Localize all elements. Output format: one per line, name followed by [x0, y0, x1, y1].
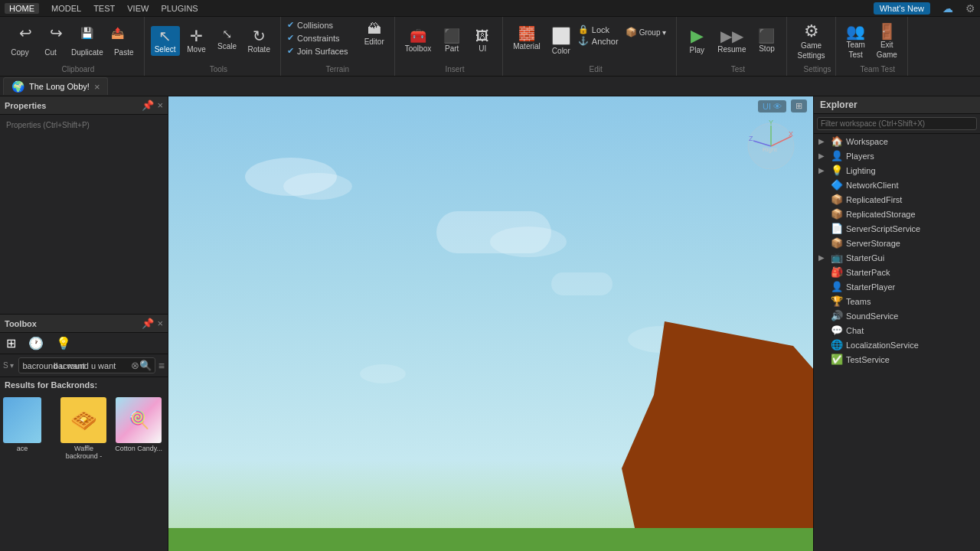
testservice-icon: ✅: [831, 354, 843, 365]
results-label: Results for Backronds:: [0, 377, 168, 393]
tab-close-button[interactable]: ×: [94, 81, 100, 93]
toolbox-pin-button[interactable]: 📌: [142, 318, 154, 329]
properties-pin-button[interactable]: 📌: [142, 99, 154, 111]
cloud-icon: ☁: [942, 2, 953, 15]
toolbox-header: Toolbox 📌 ×: [0, 315, 168, 333]
duplicate-button[interactable]: Duplicate: [67, 46, 107, 59]
tree-item-replicatedstorage[interactable]: 📦 ReplicatedStorage: [814, 207, 980, 221]
tools-label: Tools: [151, 65, 286, 73]
menu-plugins[interactable]: PLUGINS: [161, 4, 198, 13]
starterpack-label: StarterPack: [846, 268, 975, 277]
group-button[interactable]: 📦Group ▾: [622, 24, 671, 40]
tree-item-starterplayer[interactable]: 👤 StarterPlayer: [814, 279, 980, 294]
viewport[interactable]: X Y Z Right UI 👁 ⊞: [168, 96, 813, 551]
workspace-icon: 🏠: [831, 135, 843, 147]
toolbox-tab-grid[interactable]: ⊞: [6, 336, 16, 350]
menu-view[interactable]: VIEW: [127, 4, 149, 13]
paste-button[interactable]: Paste: [110, 46, 138, 59]
tree-item-soundservice[interactable]: 🔊 SoundService: [814, 308, 980, 323]
joinsurfaces-checkbox[interactable]: ✔ Join Surfaces: [287, 46, 348, 56]
localizationservice-icon: 🌐: [831, 339, 843, 350]
team-test-button[interactable]: 👥 Team Test: [842, 21, 870, 61]
color-button[interactable]: Color: [547, 24, 575, 57]
lighting-icon: 💡: [831, 165, 843, 176]
toolbox-button[interactable]: 🧰 Toolbox: [401, 27, 435, 55]
players-icon: 👤: [831, 150, 843, 161]
tree-item-starterpack[interactable]: 🎒 StarterPack: [814, 265, 980, 279]
toolbox-tab-recent[interactable]: 🕐: [28, 336, 44, 350]
tree-item-serverstorage[interactable]: 📦 ServerStorage: [814, 236, 980, 250]
starterplayer-label: StarterPlayer: [846, 282, 975, 292]
properties-panel: Properties 📌 × Properties (Ctrl+Shift+P): [0, 96, 168, 315]
result-name-waffle: Waffle backround -: [60, 445, 109, 460]
result-name-cotton: Cotton Candy...: [115, 445, 162, 452]
exit-game-button[interactable]: 🚪 Exit Game: [873, 21, 901, 61]
collisions-checkbox[interactable]: ✔ Collisions: [287, 20, 348, 30]
toolbar-teamtest: 👥 Team Test 🚪 Exit Game Team Test: [836, 17, 908, 76]
constraints-checkbox[interactable]: ✔ Constraints: [287, 33, 348, 43]
tab-title: The Long Obby!: [29, 82, 90, 91]
part-button[interactable]: ⬛ Part: [438, 27, 466, 55]
serverscriptservice-label: ServerScriptService: [846, 224, 975, 233]
resume-button[interactable]: ▶▶ Resume: [714, 25, 750, 57]
redo-button[interactable]: ↪: [43, 23, 70, 43]
stop-button[interactable]: ⬛ Stop: [753, 25, 780, 57]
left-panel: Properties 📌 × Properties (Ctrl+Shift+P)…: [0, 96, 168, 551]
right-panel: Explorer ▶ 🏠 Workspace ▶ 👤 Players ▶ 💡 L…: [813, 96, 980, 551]
settings-icon[interactable]: ⚙: [965, 2, 975, 15]
tree-item-networkclient[interactable]: 🔷 NetworkClient: [814, 178, 980, 192]
search-button[interactable]: 🔍: [139, 360, 152, 371]
ui-toggle[interactable]: UI 👁: [758, 100, 786, 112]
testservice-label: TestService: [846, 355, 975, 364]
filter-button[interactable]: ≡: [158, 360, 165, 372]
tree-item-testservice[interactable]: ✅ TestService: [814, 352, 980, 367]
undo-button[interactable]: ↩: [12, 23, 40, 43]
filter-bar: [814, 114, 980, 134]
scale-button[interactable]: ⤡ Scale: [214, 26, 241, 53]
properties-header: Properties 📌 ×: [0, 96, 168, 115]
tree-item-localizationservice[interactable]: 🌐 LocalizationService: [814, 337, 980, 352]
menu-model[interactable]: MODEL: [51, 4, 81, 13]
toolbox-tab-idea[interactable]: 💡: [56, 336, 71, 350]
move-button[interactable]: ✛ Move: [183, 26, 211, 56]
publish-button[interactable]: 📤: [104, 23, 132, 43]
filter-input[interactable]: [817, 117, 977, 130]
svg-text:Right: Right: [763, 146, 777, 153]
select-button[interactable]: ↖ Select: [151, 26, 180, 56]
tree-item-replicatedfirst[interactable]: 📦 ReplicatedFirst: [814, 192, 980, 207]
result-item-waffle[interactable]: 🧇 Waffle backround -: [58, 396, 110, 461]
vr-toggle[interactable]: ⊞: [791, 99, 807, 112]
cut-button[interactable]: Cut: [37, 46, 64, 59]
startergui-label: StarterGui: [846, 253, 975, 262]
serverstorage-icon: 📦: [831, 237, 843, 249]
tree-item-startergui[interactable]: ▶ 📺 StarterGui: [814, 250, 980, 265]
search-input[interactable]: [22, 361, 130, 370]
toolbox-close-button[interactable]: ×: [157, 318, 163, 329]
lock-button[interactable]: 🔒Lock: [578, 24, 619, 34]
tab-main[interactable]: 🌍 The Long Obby! ×: [3, 77, 108, 95]
tree-item-teams[interactable]: 🏆 Teams: [814, 294, 980, 308]
tree-item-serverscriptservice[interactable]: 📄 ServerScriptService: [814, 221, 980, 236]
save-button[interactable]: 💾: [74, 23, 101, 43]
search-clear-button[interactable]: ⊗: [131, 360, 139, 371]
material-button[interactable]: 🧱 Material: [509, 24, 544, 53]
edit-label: Edit: [509, 65, 682, 73]
whats-new-button[interactable]: What's New: [874, 2, 930, 15]
tree-item-lighting[interactable]: ▶ 💡 Lighting: [814, 163, 980, 178]
result-item-cotton[interactable]: 🍭 Cotton Candy...: [113, 396, 165, 461]
explorer-header: Explorer: [814, 96, 980, 114]
editor-button[interactable]: 🏔 Editor: [361, 20, 388, 48]
tree-item-workspace[interactable]: ▶ 🏠 Workspace: [814, 134, 980, 148]
menu-test[interactable]: TEST: [93, 4, 115, 13]
tree-item-chat[interactable]: 💬 Chat: [814, 323, 980, 337]
properties-close-button[interactable]: ×: [157, 99, 163, 111]
ui-button[interactable]: 🖼 UI: [469, 27, 496, 55]
game-settings-button[interactable]: ⚙ Game Settings: [793, 21, 828, 62]
rotate-button[interactable]: ↻ Rotate: [244, 26, 274, 56]
tree-item-players[interactable]: ▶ 👤 Players: [814, 148, 980, 163]
menu-home[interactable]: HOME: [5, 3, 39, 14]
result-item-0[interactable]: ace: [3, 396, 41, 461]
copy-button[interactable]: Copy: [6, 46, 34, 59]
anchor-button[interactable]: ⚓Anchor: [578, 36, 619, 46]
play-button[interactable]: ▶ Play: [683, 25, 710, 57]
